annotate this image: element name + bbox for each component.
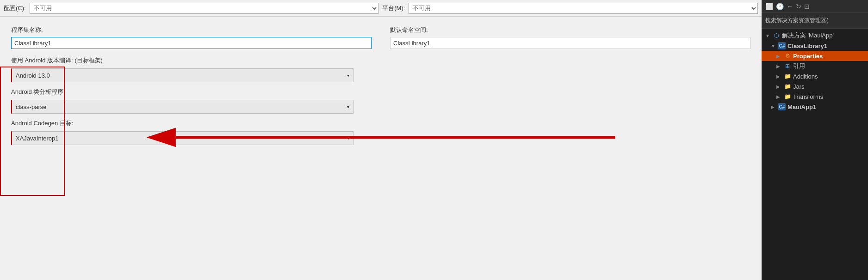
tree-item-solution[interactable]: ▼ ⬡ 解决方案 'MauiApp' [762,30,868,41]
back-icon[interactable]: ← [787,3,793,10]
solution-explorer-icon[interactable]: ⬜ [765,3,773,10]
expand-additions-icon: ▶ [776,74,782,79]
platform-label: 平台(M): [382,4,405,12]
android-codegen-dropdown[interactable]: XAJavaInterop1 ▾ [11,131,353,145]
toolbar: 配置(C): 不可用 平台(M): 不可用 [0,0,762,17]
additions-folder-icon: 📁 [784,73,791,80]
expand-mauiapp1-icon: ▶ [771,104,776,110]
jars-folder-icon: 📁 [784,83,791,90]
classlibrary1-cs-icon: C# [778,42,786,49]
assembly-name-input[interactable] [11,37,372,49]
assembly-name-label: 程序集名称: [11,26,372,34]
solution-icon: ⬡ [773,32,780,39]
sidebar-search-label: 搜索解决方案资源管理器( [765,17,828,24]
default-namespace-input[interactable] [390,37,750,49]
sidebar: ⬜ 🕐 ← ↻ ⊡ 搜索解决方案资源管理器( ▼ ⬡ 解决方案 'MauiApp… [762,0,868,280]
tree-item-mauiapp1[interactable]: ▶ C# MauiApp1 [762,102,868,112]
tree-item-properties[interactable]: ▶ ⚙ Properties [762,51,868,61]
expand-properties-icon: ▶ [776,54,782,59]
expand-classlibrary1-icon: ▼ [771,43,776,49]
additions-label: Additions [793,73,818,80]
transforms-folder-icon: 📁 [784,93,791,100]
platform-select[interactable]: 不可用 [409,3,758,14]
references-label: 引用 [793,62,805,70]
tree-item-transforms[interactable]: ▶ 📁 Transforms [762,91,868,102]
expand-jars-icon: ▶ [776,84,782,89]
classlibrary1-label: ClassLibrary1 [787,43,827,49]
tree-item-additions[interactable]: ▶ 📁 Additions [762,71,868,81]
android-version-value: Android 13.0 [16,72,347,79]
tree-item-jars[interactable]: ▶ 📁 Jars [762,81,868,91]
content-area: 程序集名称: 默认命名空间: 使用 Android 版本编译: (目标框架) A… [0,17,762,280]
restore-icon[interactable]: ⊡ [804,3,810,10]
expand-transforms-icon: ▶ [776,94,782,99]
expand-solution-icon: ▼ [765,33,771,38]
android-codegen-label: Android Codegen 目标: [11,119,750,128]
android-version-label: 使用 Android 版本编译: (目标框架) [11,56,750,65]
mauiapp1-cs-icon: C# [778,103,786,110]
forward-icon[interactable]: ↻ [796,3,801,10]
default-namespace-label: 默认命名空间: [390,26,750,34]
clock-icon[interactable]: 🕐 [776,3,784,10]
android-analyzer-value: class-parse [16,103,347,110]
android-version-dropdown[interactable]: Android 13.0 ▾ [11,68,353,82]
android-codegen-value: XAJavaInterop1 [16,135,347,142]
android-version-arrow-icon: ▾ [347,73,349,78]
config-label: 配置(C): [4,4,26,12]
solution-tree: ▼ ⬡ 解决方案 'MauiApp' ▼ C# ClassLibrary1 ▶ … [762,29,868,280]
android-codegen-arrow-icon: ▾ [347,136,349,141]
android-analyzer-dropdown[interactable]: class-parse ▾ [11,100,353,114]
properties-gear-icon: ⚙ [784,52,791,60]
mauiapp1-label: MauiApp1 [787,103,816,110]
properties-label: Properties [793,53,823,60]
tree-item-references[interactable]: ▶ ⊞ 引用 [762,61,868,71]
config-select[interactable]: 不可用 [30,3,379,14]
tree-item-classlibrary1[interactable]: ▼ C# ClassLibrary1 [762,41,868,51]
form-row-names: 程序集名称: 默认命名空间: [11,26,750,49]
references-icon: ⊞ [784,62,791,70]
android-analyzer-label: Android 类分析程序: [11,88,750,96]
assembly-name-group: 程序集名称: [11,26,372,49]
expand-references-icon: ▶ [776,64,782,69]
sidebar-search-bar: 搜索解决方案资源管理器( [762,13,868,29]
sidebar-toolbar: ⬜ 🕐 ← ↻ ⊡ [762,0,868,13]
transforms-label: Transforms [793,93,823,100]
default-namespace-group: 默认命名空间: [390,26,750,49]
android-analyzer-arrow-icon: ▾ [347,104,349,110]
jars-label: Jars [793,83,805,90]
solution-label: 解决方案 'MauiApp' [782,31,834,40]
